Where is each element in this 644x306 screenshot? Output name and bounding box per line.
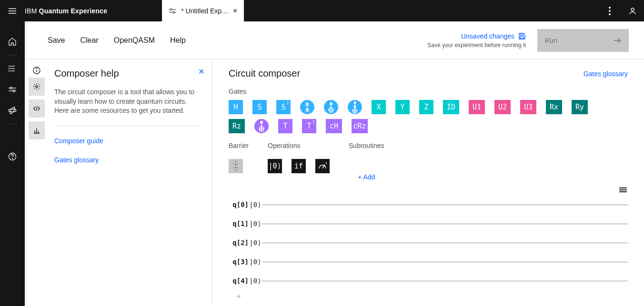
operation-if[interactable]: if xyxy=(292,159,306,173)
gate-T[interactable]: T† xyxy=(302,119,316,133)
operation-|0⟩[interactable]: |0⟩ xyxy=(268,159,282,173)
svg-point-43 xyxy=(354,106,356,108)
gate-U2[interactable]: U2 xyxy=(494,100,511,114)
svg-point-14 xyxy=(9,66,10,67)
menu-icon[interactable] xyxy=(0,0,25,21)
gate-U1[interactable]: U1 xyxy=(469,100,485,114)
chart-panel-icon[interactable] xyxy=(29,121,45,139)
qubit-wire[interactable] xyxy=(262,243,628,243)
operation-measure[interactable]: z xyxy=(315,159,330,173)
tab-title: * Untitled Exp… xyxy=(181,7,228,15)
save-button[interactable]: Save xyxy=(48,36,65,45)
gate-Y[interactable]: Y xyxy=(395,100,410,114)
qubit-label[interactable]: q[0] xyxy=(229,201,249,208)
help-icon[interactable] xyxy=(0,146,25,167)
composer-title: Circuit composer xyxy=(229,68,300,79)
svg-point-54 xyxy=(233,168,234,168)
gate-Rz[interactable]: Rz xyxy=(229,119,245,133)
topbar: IBM Quantum Experience * Untitled Exp… × xyxy=(0,0,644,21)
code-panel-icon[interactable] xyxy=(29,99,45,118)
gate-ccx[interactable] xyxy=(348,100,362,114)
gates-glossary-link[interactable]: Gates glossary xyxy=(54,156,200,164)
user-icon[interactable] xyxy=(621,0,644,21)
qubit-label[interactable]: q[4] xyxy=(229,277,249,285)
qubit-label[interactable]: q[3] xyxy=(229,258,249,266)
close-help-icon[interactable]: ✕ xyxy=(198,67,204,76)
help-panel-title: Composer help xyxy=(54,68,200,79)
svg-point-10 xyxy=(631,8,634,11)
left-rail xyxy=(0,21,25,306)
qubit-wire[interactable] xyxy=(262,281,628,281)
gates-glossary-top-link[interactable]: Gates glossary xyxy=(584,70,628,78)
svg-point-24 xyxy=(12,158,12,158)
results-icon[interactable] xyxy=(0,58,25,79)
gate-swap[interactable] xyxy=(300,100,314,114)
operations-ops: |0⟩ifz xyxy=(268,159,330,173)
qubit-wire[interactable] xyxy=(262,224,628,224)
unsaved-changes-link[interactable]: Unsaved changes xyxy=(461,32,526,40)
gates-label: Gates xyxy=(229,88,628,95)
qubit-label[interactable]: q[1] xyxy=(229,220,249,227)
gate-S[interactable]: S† xyxy=(276,100,291,114)
gate-cRz[interactable]: cRz xyxy=(352,119,368,133)
gate-ID[interactable]: ID xyxy=(443,100,459,114)
help-panel: Composer help ✕ The circuit composer is … xyxy=(49,59,212,306)
qubit-row: q[4]|0⟩ xyxy=(229,271,628,290)
svg-point-6 xyxy=(173,11,175,13)
ket-label: |0⟩ xyxy=(249,239,262,247)
tab-untitled[interactable]: * Untitled Exp… × xyxy=(162,0,244,21)
qubit-wire[interactable] xyxy=(262,205,628,205)
gate-H[interactable]: H xyxy=(229,100,243,114)
notebooks-icon[interactable] xyxy=(0,100,25,121)
svg-point-38 xyxy=(330,102,332,105)
toolbar: Save Clear OpenQASM Help Unsaved changes… xyxy=(25,21,644,59)
svg-point-19 xyxy=(10,87,12,89)
gate-T[interactable]: T xyxy=(278,119,292,133)
svg-point-8 xyxy=(609,10,611,11)
add-subroutine-button[interactable]: + Add xyxy=(349,173,384,181)
svg-point-30 xyxy=(36,86,38,88)
gate-Ry[interactable]: Ry xyxy=(572,100,588,114)
svg-line-31 xyxy=(36,106,37,111)
gate-U3[interactable]: U3 xyxy=(520,100,536,114)
gate-X[interactable]: X xyxy=(372,100,386,114)
gate-Z[interactable]: Z xyxy=(419,100,433,114)
barrier-gate[interactable] xyxy=(229,159,243,173)
settings-panel-icon[interactable] xyxy=(29,78,45,96)
qubit-row: q[1]|0⟩ xyxy=(229,214,628,233)
add-qubit-icon[interactable]: + xyxy=(229,292,249,302)
help-button[interactable]: Help xyxy=(170,36,186,45)
save-icon xyxy=(518,32,526,40)
qubit-wire[interactable] xyxy=(262,262,628,262)
svg-point-21 xyxy=(9,109,16,112)
qubit-label[interactable]: q[2] xyxy=(229,239,249,247)
gate-S[interactable]: S xyxy=(252,100,267,114)
barrier-ops xyxy=(229,159,249,173)
content: Composer help ✕ The circuit composer is … xyxy=(25,59,644,306)
subroutines-label: Subroutines xyxy=(349,142,384,149)
gates-row: HSS†XYZIDU1U2U3RxRy xyxy=(229,100,628,114)
operations-label: Operations xyxy=(268,142,330,149)
openqasm-button[interactable]: OpenQASM xyxy=(114,36,155,45)
run-button[interactable]: Run xyxy=(537,29,629,52)
ket-label: |0⟩ xyxy=(249,220,262,227)
gate-cnotpurple[interactable] xyxy=(254,119,269,133)
gate-cH[interactable]: cH xyxy=(326,119,342,133)
close-icon[interactable]: × xyxy=(233,7,237,15)
gate-Rx[interactable]: Rx xyxy=(546,100,562,114)
gate-cnot[interactable] xyxy=(324,100,338,114)
circuit-more-icon[interactable] xyxy=(618,187,628,195)
svg-point-15 xyxy=(9,69,10,69)
svg-rect-25 xyxy=(520,37,524,39)
info-icon[interactable] xyxy=(29,64,44,77)
composer-guide-link[interactable]: Composer guide xyxy=(54,137,200,145)
composer-nav-icon[interactable] xyxy=(0,79,25,100)
overflow-icon[interactable] xyxy=(598,0,621,21)
svg-point-5 xyxy=(170,9,172,10)
svg-point-53 xyxy=(237,164,238,165)
clear-button[interactable]: Clear xyxy=(80,36,98,45)
home-icon[interactable] xyxy=(0,31,25,52)
shell: Save Clear OpenQASM Help Unsaved changes… xyxy=(0,21,644,306)
composer-tab-icon xyxy=(169,7,176,15)
svg-text:z: z xyxy=(325,161,327,165)
